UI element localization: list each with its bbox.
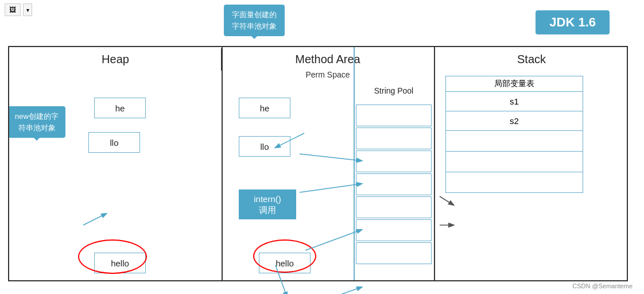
circle-middle-hello <box>253 239 316 273</box>
stack-title: Stack <box>434 47 629 69</box>
heap-box-llo: llo <box>88 132 140 153</box>
stack-row-s1: s1 <box>445 92 583 111</box>
stack-row-empty-3 <box>445 172 583 193</box>
diagram: Heap Method Area Perm Space String Pool … <box>8 46 628 281</box>
sp-row-1 <box>356 105 432 126</box>
string-pool-label: String Pool <box>354 86 434 95</box>
callout-top: 字面量创建的 字符串池对象 <box>224 5 285 36</box>
stack-row-empty-1 <box>445 131 583 152</box>
stack-table-title: 局部变量表 <box>445 76 583 92</box>
divider-method-pool <box>354 47 355 280</box>
middle-box-llo: llo <box>239 136 290 157</box>
method-area-section: Method Area Perm Space <box>222 47 434 80</box>
divider-pool-stack <box>434 47 435 280</box>
circle-heap-hello <box>78 239 147 274</box>
sp-row-6 <box>356 219 432 241</box>
sp-row-5 <box>356 196 432 218</box>
credit: CSDN @Semanteme <box>572 283 633 289</box>
svg-line-1 <box>300 154 362 161</box>
middle-box-he: he <box>239 98 290 118</box>
image-icon[interactable]: 🖼 <box>5 3 21 16</box>
sp-row-2 <box>356 127 432 149</box>
dropdown-arrow[interactable]: ▾ <box>23 3 32 16</box>
svg-line-9 <box>83 214 106 225</box>
intern-box: intern() 调用 <box>239 189 296 219</box>
svg-line-2 <box>300 184 362 192</box>
divider-heap-method <box>222 47 223 280</box>
perm-space-title: Perm Space <box>222 69 434 80</box>
stack-row-s2: s2 <box>445 111 583 131</box>
heap-section: Heap <box>9 47 222 69</box>
toolbar: 🖼 ▾ <box>5 3 32 16</box>
svg-line-6 <box>300 287 362 294</box>
heap-title: Heap <box>9 47 222 69</box>
sp-row-4 <box>356 173 432 195</box>
jdk-badge: JDK 1.6 <box>536 10 610 34</box>
svg-line-5 <box>440 196 453 205</box>
heap-box-he: he <box>94 98 146 118</box>
sp-row-3 <box>356 150 432 172</box>
stack-section: Stack <box>434 47 629 69</box>
stack-table: 局部变量表 s1 s2 <box>445 76 583 193</box>
sp-row-7 <box>356 242 432 264</box>
method-area-title: Method Area <box>222 47 434 69</box>
stack-row-empty-2 <box>445 152 583 172</box>
